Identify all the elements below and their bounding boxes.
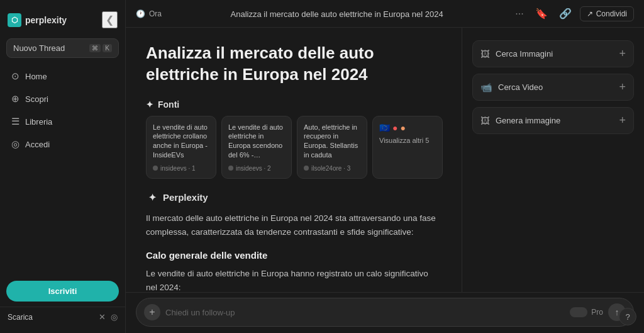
shortcut-cmd: ⌘ <box>89 44 101 52</box>
input-container: + Pro ↑ <box>136 298 634 327</box>
sources-sparkle-icon: ✦ <box>146 99 153 110</box>
twitter-icon[interactable]: ✕ <box>99 312 106 322</box>
sources-section: ✦ Fonti Le vendite di auto elettriche cr… <box>146 99 441 179</box>
search-video-label: Cerca Video <box>498 82 543 92</box>
generate-image-label: Genera immagine <box>496 116 560 125</box>
source-dot-2 <box>228 166 233 171</box>
sources-header: ✦ Fonti <box>146 99 441 110</box>
sidebar-collapse-button[interactable]: ❮ <box>102 11 118 28</box>
add-video-icon: + <box>619 81 626 94</box>
new-thread-label: Nuovo Thread <box>13 43 65 53</box>
source-card-2[interactable]: Le vendite di auto elettriche in Europa … <box>221 116 292 179</box>
add-generate-icon: + <box>619 114 626 127</box>
images-icon: 🖼 <box>480 48 490 59</box>
logo-text: perplexity <box>25 15 67 25</box>
section1-title: Calo generale delle vendite <box>146 250 441 261</box>
right-panel: 🖼 Cerca Immagini + 📹 Cerca Video + 🖼 Gen… <box>462 28 644 292</box>
more-options-button[interactable]: ··· <box>512 6 526 21</box>
home-icon: ⊙ <box>11 71 19 82</box>
source-card-1-footer: insideevs · 1 <box>153 165 209 172</box>
download-label[interactable]: Scarica <box>8 313 33 322</box>
sidebar-item-login[interactable]: ◎ Accedi <box>5 133 120 155</box>
nav-library-label: Libreria <box>25 117 52 127</box>
footer-icons: ✕ ◎ <box>99 312 118 322</box>
source-card-3-text: Auto, elettriche in recupero in Europa. … <box>304 123 360 160</box>
new-thread-button[interactable]: Nuovo Thread ⌘ K <box>6 38 119 58</box>
sidebar-header: ⬡ perplexity ❮ <box>0 6 125 36</box>
follow-up-input[interactable] <box>165 308 565 317</box>
intro-paragraph: Il mercato delle auto elettriche in Euro… <box>146 212 441 240</box>
topbar-actions: ··· 🔖 🔗 ↗ Condividi <box>512 6 634 21</box>
share-label: Condividi <box>596 9 627 18</box>
sidebar-item-explore[interactable]: ⊕ Scopri <box>5 88 120 110</box>
sidebar-footer: Scarica ✕ ◎ <box>0 307 125 327</box>
more-sources-label: Visualizza altri 5 <box>379 137 436 144</box>
help-button[interactable]: ? <box>619 308 636 325</box>
search-video-item[interactable]: 📹 Cerca Video + <box>472 74 634 101</box>
topbar-left: 🕐 Ora <box>136 9 162 18</box>
logo-area: ⬡ perplexity <box>8 13 67 27</box>
source-card-more[interactable]: 🇪🇺 ● ● Visualizza altri 5 <box>372 116 443 179</box>
source-card-3[interactable]: Auto, elettriche in recupero in Europa. … <box>297 116 367 179</box>
generate-icon: 🖼 <box>480 115 490 126</box>
search-images-left: 🖼 Cerca Immagini <box>480 48 553 59</box>
share-button[interactable]: ↗ Condividi <box>580 6 634 21</box>
article: Analizza il mercato delle auto elettrich… <box>126 28 462 292</box>
library-icon: ☰ <box>11 116 19 127</box>
sidebar-item-library[interactable]: ☰ Libreria <box>5 111 120 132</box>
attach-button[interactable]: + <box>144 304 160 320</box>
source-site-1: insideevs · 1 <box>160 165 196 172</box>
source-card-3-footer: ilsole24ore · 3 <box>304 165 360 172</box>
sources-grid: Le vendite di auto elettriche crollano a… <box>146 116 441 179</box>
main-panel: 🕐 Ora Analizza il mercato delle auto ele… <box>126 0 644 333</box>
perplexity-icon: ✦ <box>146 191 158 204</box>
perplexity-label: Perplexity <box>163 192 208 203</box>
bookmark-button[interactable]: 🔖 <box>532 6 551 21</box>
sidebar-item-home[interactable]: ⊙ Home <box>5 65 120 87</box>
nav-home-label: Home <box>25 72 47 81</box>
subscribe-button[interactable]: Iscriviti <box>6 281 119 302</box>
topbar: 🕐 Ora Analizza il mercato delle auto ele… <box>126 0 644 28</box>
source-card-1-text: Le vendite di auto elettriche crollano a… <box>153 123 209 160</box>
source-site-3: ilsole24ore · 3 <box>311 165 350 172</box>
link-icon: 🔗 <box>559 8 572 19</box>
topbar-time: Ora <box>149 9 162 18</box>
sidebar-nav: ⊙ Home ⊕ Scopri ☰ Libreria ◎ Accedi <box>0 65 125 276</box>
shortcut-key: K <box>103 44 112 52</box>
generate-image-left: 🖼 Genera immagine <box>480 115 560 126</box>
login-icon: ◎ <box>11 138 19 150</box>
sidebar: ⬡ perplexity ❮ Nuovo Thread ⌘ K ⊙ Home ⊕… <box>0 0 126 333</box>
more-icons: 🇪🇺 ● ● <box>379 123 436 133</box>
nav-explore-label: Scopri <box>25 94 48 104</box>
bookmark-icon: 🔖 <box>535 8 548 19</box>
discord-icon[interactable]: ◎ <box>111 312 118 322</box>
share-icon: ↗ <box>587 9 593 18</box>
flag-eu-icon: 🇪🇺 <box>379 123 390 133</box>
nav-login-label: Accedi <box>25 140 50 149</box>
topbar-title: Analizza il mercato delle auto elettrich… <box>231 9 443 19</box>
generate-image-item[interactable]: 🖼 Genera immagine + <box>472 107 634 134</box>
flag-orange-icon: ● <box>400 123 405 133</box>
logo-icon: ⬡ <box>8 13 21 27</box>
source-dot-1 <box>153 166 158 171</box>
pro-label: Pro <box>591 308 603 317</box>
link-button[interactable]: 🔗 <box>556 6 575 21</box>
content-area: Analizza il mercato delle auto elettrich… <box>126 28 644 292</box>
source-card-2-text: Le vendite di auto elettriche in Europa … <box>228 123 285 160</box>
source-card-2-footer: insideevs · 2 <box>228 165 285 172</box>
search-images-label: Cerca Immagini <box>496 49 553 59</box>
clock-icon: 🕐 <box>136 9 145 18</box>
explore-icon: ⊕ <box>11 93 19 104</box>
article-title: Analizza il mercato delle auto elettrich… <box>146 43 441 86</box>
article-body: ✦ Perplexity Il mercato delle auto elett… <box>146 191 441 292</box>
add-images-icon: + <box>619 47 626 60</box>
video-icon: 📹 <box>480 82 492 93</box>
search-images-item[interactable]: 🖼 Cerca Immagini + <box>472 40 634 67</box>
flag-red-icon: ● <box>392 123 397 133</box>
bottom-bar: + Pro ↑ <box>126 292 644 333</box>
pro-toggle: Pro <box>570 307 603 317</box>
source-card-1[interactable]: Le vendite di auto elettriche crollano a… <box>146 116 216 179</box>
source-site-2: insideevs · 2 <box>236 165 271 172</box>
perplexity-header: ✦ Perplexity <box>146 191 441 204</box>
pro-switch[interactable] <box>570 307 587 317</box>
